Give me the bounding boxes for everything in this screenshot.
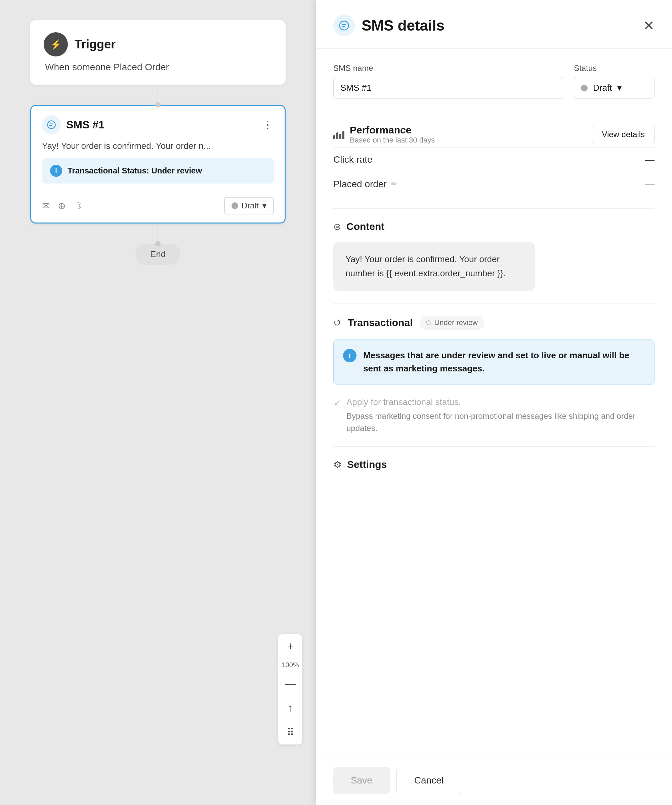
- sms-name-label: SMS name: [333, 64, 563, 73]
- zoom-out-button[interactable]: —: [278, 672, 302, 696]
- content-section: ⊜ Content Yay! Your order is confirmed. …: [333, 209, 654, 304]
- info-banner-icon: i: [343, 349, 356, 362]
- sms-node-menu[interactable]: ⋮: [262, 118, 274, 131]
- info-icon: i: [50, 165, 62, 177]
- pencil-icon: ✏: [391, 180, 397, 189]
- end-node: End: [135, 244, 180, 265]
- zoom-in-button[interactable]: +: [278, 634, 302, 659]
- svg-point-1: [340, 21, 349, 30]
- apply-description: Bypass marketing consent for non-promoti…: [346, 410, 654, 434]
- transactional-status-badge: i Transactional Status: Under review: [42, 158, 274, 184]
- draft-select[interactable]: Draft ▾: [224, 197, 274, 214]
- cancel-button[interactable]: Cancel: [397, 767, 461, 794]
- performance-title: Performance: [350, 124, 435, 136]
- sms-node-icon: [42, 115, 61, 134]
- click-rate-value: —: [645, 154, 654, 165]
- click-rate-row: Click rate —: [333, 147, 654, 172]
- status-select[interactable]: Draft ▾: [574, 77, 654, 99]
- content-icon: ⊜: [333, 221, 341, 232]
- transactional-status-text: Transactional Status: Under review: [67, 166, 202, 176]
- close-button[interactable]: ✕: [643, 19, 654, 32]
- sms-preview: Yay! Your order is confirmed. Your order…: [31, 141, 285, 158]
- paperclip-icon: ⊕: [58, 200, 66, 212]
- draft-dot: [231, 202, 238, 209]
- placed-order-row: Placed order ✏ —: [333, 172, 654, 196]
- sms-name-group: SMS name: [333, 64, 563, 99]
- panel-header: SMS details ✕: [316, 0, 672, 49]
- zoom-controls: + 100% — ↑ ⠿: [278, 634, 302, 744]
- status-value: Draft: [593, 83, 612, 93]
- info-banner-text: Messages that are under review and set t…: [363, 349, 645, 375]
- connector-2: [157, 223, 158, 244]
- click-rate-label: Click rate: [333, 154, 373, 165]
- panel-sms-icon: [333, 15, 355, 36]
- grid-button[interactable]: ⠿: [278, 720, 302, 744]
- zoom-level: 100%: [278, 659, 302, 672]
- status-group: Status Draft ▾: [574, 64, 654, 99]
- transactional-icon: ↺: [333, 317, 341, 329]
- under-review-label: Under review: [434, 318, 478, 327]
- view-details-button[interactable]: View details: [592, 125, 654, 144]
- review-dot-icon: [426, 320, 431, 325]
- under-review-badge: Under review: [419, 315, 485, 330]
- checkmark-icon: ✓: [333, 398, 341, 409]
- connector-1: [157, 85, 158, 105]
- trigger-node: ⚡ Trigger When someone Placed Order: [30, 20, 285, 85]
- footer-icons: ✉ ⊕ ☽: [42, 200, 82, 212]
- moon-icon: ☽: [74, 200, 82, 212]
- performance-subtitle: Based on the last 30 days: [350, 136, 435, 145]
- panel-body: SMS name Status Draft ▾: [316, 49, 672, 756]
- status-dot: [581, 85, 588, 91]
- settings-section: ⚙ Settings: [333, 447, 654, 482]
- apply-label: Apply for transactional status.: [346, 397, 654, 407]
- content-title: Content: [346, 221, 384, 232]
- gear-icon: ⚙: [333, 459, 342, 470]
- performance-section: Performance Based on the last 30 days Vi…: [333, 112, 654, 209]
- status-label: Status: [574, 64, 654, 73]
- apply-row: ✓ Apply for transactional status. Bypass…: [333, 394, 654, 434]
- trigger-subtitle: When someone Placed Order: [44, 62, 272, 72]
- save-button[interactable]: Save: [333, 767, 390, 794]
- form-row: SMS name Status Draft ▾: [333, 49, 654, 112]
- sms-details-panel: SMS details ✕ SMS name Status Draft ▾: [316, 0, 672, 805]
- chevron-down-icon: ▾: [262, 201, 266, 210]
- sms-name-input[interactable]: [333, 77, 563, 99]
- transactional-section: ↺ Transactional Under review i Messages …: [333, 304, 654, 447]
- panel-footer: Save Cancel: [316, 756, 672, 805]
- message-bubble: Yay! Your order is confirmed. Your order…: [333, 242, 535, 291]
- bar-chart-icon: [333, 130, 344, 139]
- transactional-title: Transactional: [348, 317, 413, 329]
- trigger-icon: ⚡: [44, 32, 68, 56]
- email-icon: ✉: [42, 200, 50, 212]
- svg-point-0: [48, 121, 55, 128]
- draft-label: Draft: [242, 201, 259, 210]
- placed-order-label: Placed order ✏: [333, 179, 397, 190]
- settings-title: Settings: [347, 459, 387, 470]
- trigger-title: Trigger: [75, 37, 116, 51]
- panel-title: SMS details: [362, 17, 444, 34]
- canvas-area: ⚡ Trigger When someone Placed Order SMS …: [0, 0, 316, 805]
- info-banner: i Messages that are under review and set…: [333, 339, 654, 385]
- fit-view-button[interactable]: ↑: [278, 696, 302, 720]
- sms-node[interactable]: SMS #1 ⋮ Yay! Your order is confirmed. Y…: [30, 105, 285, 223]
- placed-order-value: —: [645, 179, 654, 190]
- sms-node-name: SMS #1: [66, 119, 105, 131]
- status-chevron-icon: ▾: [617, 83, 621, 93]
